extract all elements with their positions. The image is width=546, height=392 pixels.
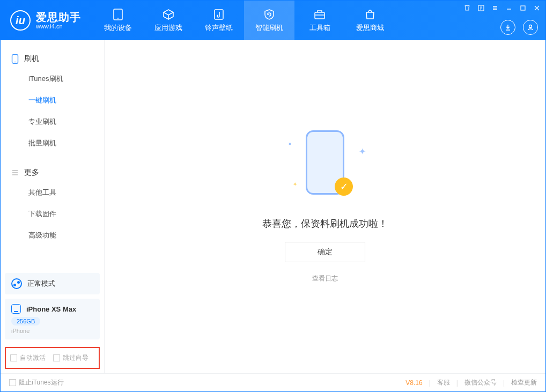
maximize-icon[interactable] (519, 4, 527, 12)
checkbox-label: 阻止iTunes运行 (19, 378, 64, 387)
checkbox-skip-guide[interactable]: 跳过向导 (53, 353, 88, 363)
app-window: iu 爱思助手 www.i4.cn 我的设备 应用游戏 铃声壁纸 智能刷机 (0, 0, 546, 392)
logo: iu 爱思助手 www.i4.cn (1, 1, 93, 40)
tab-label: 我的设备 (104, 23, 132, 33)
main-content: ✦ ✦ ✦ ✓ 恭喜您，保资料刷机成功啦！ 确定 查看日志 (105, 40, 545, 373)
checkbox-block-itunes[interactable]: 阻止iTunes运行 (9, 378, 64, 387)
sidebar: 刷机 iTunes刷机 一键刷机 专业刷机 批量刷机 更多 其他工具 下载固件 … (1, 40, 105, 373)
minimize-icon[interactable] (505, 4, 513, 12)
sparkle-icon: ✦ (286, 140, 293, 147)
cube-icon (161, 8, 176, 21)
sidebar-item-other-tools[interactable]: 其他工具 (1, 182, 104, 203)
sidebar-panels: 正常模式 iPhone XS Max 256GB iPhone (1, 269, 104, 344)
mode-label: 正常模式 (27, 279, 55, 289)
list-icon (11, 169, 19, 176)
body: 刷机 iTunes刷机 一键刷机 专业刷机 批量刷机 更多 其他工具 下载固件 … (1, 40, 545, 373)
tab-flash[interactable]: 智能刷机 (244, 1, 294, 40)
logo-icon: iu (10, 10, 31, 31)
success-illustration: ✦ ✦ ✦ ✓ (282, 130, 368, 205)
tab-my-device[interactable]: 我的设备 (93, 1, 143, 40)
checkbox-icon (53, 354, 60, 361)
version-label: V8.16 (405, 379, 422, 387)
sidebar-item-oneclick-flash[interactable]: 一键刷机 (1, 90, 104, 111)
tab-ringtones[interactable]: 铃声壁纸 (194, 1, 244, 40)
bag-icon (363, 8, 378, 21)
footer-link-update[interactable]: 检查更新 (511, 378, 537, 387)
view-log-link[interactable]: 查看日志 (312, 274, 338, 283)
svg-point-1 (117, 18, 119, 19)
svg-rect-5 (521, 6, 525, 10)
checkbox-label: 自动激活 (20, 353, 46, 363)
sidebar-scroll: 刷机 iTunes刷机 一键刷机 专业刷机 批量刷机 更多 其他工具 下载固件 … (1, 40, 104, 269)
mode-icon (11, 278, 22, 289)
svg-point-6 (529, 25, 532, 28)
music-icon (211, 8, 226, 21)
app-name: 爱思助手 (36, 11, 81, 23)
sidebar-item-batch-flash[interactable]: 批量刷机 (1, 132, 104, 154)
header: iu 爱思助手 www.i4.cn 我的设备 应用游戏 铃声壁纸 智能刷机 (1, 1, 545, 40)
tab-label: 工具箱 (309, 23, 330, 33)
tab-label: 智能刷机 (255, 23, 283, 33)
nav-tabs: 我的设备 应用游戏 铃声壁纸 智能刷机 工具箱 爱思商城 (93, 1, 395, 40)
ok-button[interactable]: 确定 (285, 242, 365, 262)
svg-point-8 (14, 62, 16, 63)
user-icon[interactable] (523, 20, 538, 35)
svg-rect-2 (215, 10, 223, 19)
logo-text: 爱思助手 www.i4.cn (36, 11, 81, 29)
check-badge-icon: ✓ (335, 177, 353, 196)
success-message: 恭喜您，保资料刷机成功啦！ (262, 217, 388, 230)
checkbox-icon (9, 379, 16, 386)
mode-panel[interactable]: 正常模式 (5, 273, 100, 294)
footer-right: V8.16 | 客服 | 微信公众号 | 检查更新 (405, 378, 537, 387)
sparkle-icon: ✦ (293, 181, 297, 187)
options-highlight-box: 自动激活 跳过向导 (5, 347, 100, 369)
toolbox-icon (312, 8, 327, 21)
sidebar-item-firmware[interactable]: 下载固件 (1, 203, 104, 225)
checkbox-icon (10, 354, 17, 361)
download-icon[interactable] (500, 20, 515, 35)
tshirt-icon[interactable] (463, 4, 471, 12)
sparkle-icon: ✦ (359, 146, 366, 157)
tab-store[interactable]: 爱思商城 (345, 1, 395, 40)
svg-rect-3 (315, 12, 324, 19)
tab-label: 铃声壁纸 (205, 23, 233, 33)
sidebar-item-pro-flash[interactable]: 专业刷机 (1, 111, 104, 132)
app-domain: www.i4.cn (36, 23, 81, 29)
device-icon (110, 8, 126, 21)
window-controls (463, 4, 541, 12)
sidebar-group-more: 更多 (1, 164, 104, 182)
footer-link-wechat[interactable]: 微信公众号 (464, 378, 497, 387)
footer: 阻止iTunes运行 V8.16 | 客服 | 微信公众号 | 检查更新 (1, 373, 545, 391)
feedback-icon[interactable] (477, 4, 485, 12)
group-label: 更多 (24, 168, 39, 177)
tab-label: 爱思商城 (356, 23, 384, 33)
sidebar-item-advanced[interactable]: 高级功能 (1, 225, 104, 246)
device-type: iPhone (11, 328, 93, 334)
device-capacity: 256GB (11, 317, 40, 326)
close-icon[interactable] (533, 4, 541, 12)
device-name: iPhone XS Max (26, 305, 76, 313)
shield-refresh-icon (262, 8, 277, 21)
tab-toolbox[interactable]: 工具箱 (294, 1, 345, 40)
sidebar-group-flash: 刷机 (1, 50, 104, 68)
group-label: 刷机 (24, 54, 39, 64)
tab-apps[interactable]: 应用游戏 (143, 1, 194, 40)
footer-link-service[interactable]: 客服 (437, 378, 450, 387)
header-actions (500, 20, 538, 35)
phone-outline-icon (11, 54, 19, 64)
device-panel[interactable]: iPhone XS Max 256GB iPhone (5, 299, 100, 339)
checkbox-label: 跳过向导 (63, 353, 88, 363)
phone-icon (11, 304, 21, 314)
tab-label: 应用游戏 (154, 23, 182, 33)
menu-icon[interactable] (491, 4, 499, 12)
sidebar-item-itunes-flash[interactable]: iTunes刷机 (1, 68, 104, 90)
checkbox-auto-activate[interactable]: 自动激活 (10, 353, 46, 363)
